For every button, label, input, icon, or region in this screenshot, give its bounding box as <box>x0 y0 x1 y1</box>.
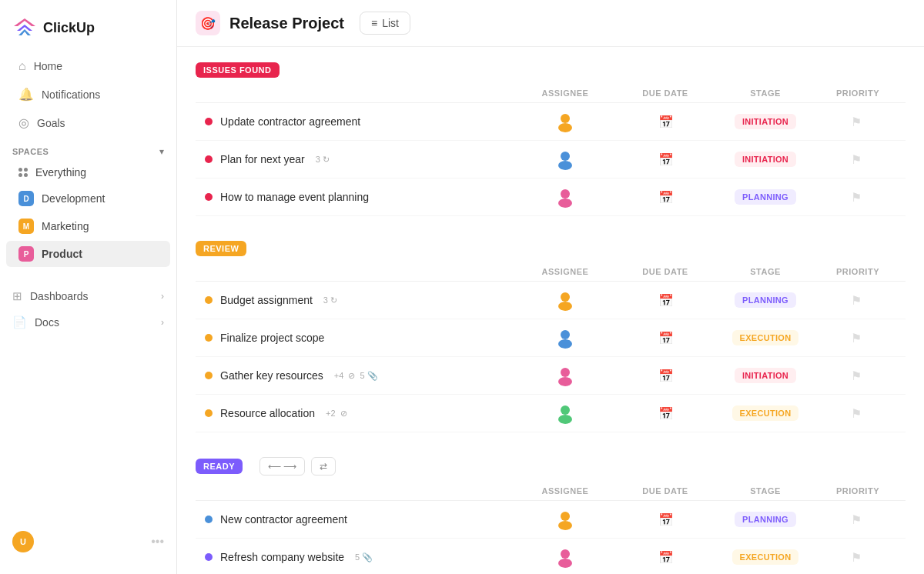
due-date-cell: 📅 <box>619 115 711 128</box>
issues-badge: ISSUES FOUND <box>196 62 280 78</box>
priority-cell: ⚑ <box>819 115 896 128</box>
stage-badge: INITIATION <box>735 114 796 129</box>
col-due-date-2: DUE DATE <box>619 267 711 276</box>
priority-icon: ⚑ <box>851 512 865 526</box>
toolbar-btn-2[interactable]: ⇄ <box>311 457 336 476</box>
stage-badge: PLANNING <box>735 189 796 205</box>
priority-icon: ⚑ <box>851 331 865 345</box>
task-extras: 3 ↻ <box>323 295 337 305</box>
stage-cell: PLANNING <box>711 512 819 527</box>
subtask-count: 3 ↻ <box>316 155 330 165</box>
task-name-cell: Plan for next year 3 ↻ <box>205 153 511 165</box>
table-row[interactable]: New contractor agreement 📅 PLANNING ⚑ <box>196 501 906 539</box>
task-name-cell: Gather key resources +4 ⊘ 5 📎 <box>205 369 511 382</box>
nav-goals[interactable]: ◎ Goals <box>6 109 170 136</box>
col-stage-1: STAGE <box>711 88 819 98</box>
due-date-cell: 📅 <box>619 406 711 420</box>
priority-cell: ⚑ <box>819 512 896 526</box>
subtask-count: 3 ↻ <box>323 295 337 305</box>
priority-icon: ⚑ <box>851 152 865 166</box>
col-name <box>205 267 511 276</box>
nav-docs[interactable]: 📄 Docs › <box>0 310 176 335</box>
due-date-cell: 📅 <box>619 190 711 204</box>
nav-notifications[interactable]: 🔔 Notifications <box>6 81 170 108</box>
plus-count: +4 <box>334 371 344 380</box>
stage-badge: EXECUTION <box>732 330 799 345</box>
svg-point-4 <box>558 123 572 132</box>
stage-cell: EXECUTION <box>711 549 819 565</box>
group-review: REVIEW ASSIGNEE DUE DATE STAGE PRIORITY … <box>196 241 906 432</box>
table-row[interactable]: Gather key resources +4 ⊘ 5 📎 📅 <box>196 357 906 395</box>
product-icon: P <box>18 246 34 262</box>
user-area: U ••• <box>0 519 176 565</box>
stage-badge: INITIATION <box>735 368 796 383</box>
table-row[interactable]: Finalize project scope 📅 EXECUTION ⚑ <box>196 319 906 357</box>
list-view-button[interactable]: ≡ List <box>360 12 410 35</box>
calendar-icon: 📅 <box>658 152 672 166</box>
stage-badge: INITIATION <box>735 152 796 167</box>
priority-icon: ⚑ <box>851 190 865 204</box>
logo-text: ClickUp <box>43 20 95 36</box>
nav-dashboards[interactable]: ⊞ Dashboards › <box>0 284 176 309</box>
calendar-icon: 📅 <box>658 550 672 564</box>
priority-cell: ⚑ <box>819 550 896 564</box>
avatar <box>554 111 576 132</box>
table-row[interactable]: Resource allocation +2 ⊘ 📅 EXECUTION <box>196 395 906 432</box>
ready-table-header: ASSIGNEE DUE DATE STAGE PRIORITY <box>196 482 906 501</box>
table-row[interactable]: Refresh company website 5 📎 📅 EXECUTION <box>196 539 906 574</box>
avatar <box>554 402 576 424</box>
nav-home[interactable]: ⌂ Home <box>6 53 170 79</box>
task-dot <box>205 334 213 342</box>
col-name <box>205 88 511 98</box>
calendar-icon: 📅 <box>658 369 672 382</box>
svg-point-7 <box>561 189 570 199</box>
svg-point-19 <box>561 549 570 559</box>
sidebar-item-everything[interactable]: Everything <box>6 161 170 184</box>
table-row[interactable]: Budget assignment 3 ↻ 📅 PLANNING <box>196 282 906 319</box>
col-due-date-3: DUE DATE <box>619 486 711 496</box>
sidebar-item-product[interactable]: P Product <box>6 241 170 267</box>
col-assignee-3: ASSIGNEE <box>511 486 619 496</box>
user-avatar[interactable]: U <box>12 531 34 552</box>
table-row[interactable]: Update contractor agreement 📅 INITIATION… <box>196 103 906 141</box>
priority-cell: ⚑ <box>819 190 896 204</box>
ready-badge: READY <box>196 459 243 474</box>
task-name-cell: Budget assignment 3 ↻ <box>205 294 511 306</box>
table-row[interactable]: How to manage event planning 📅 PLANNING … <box>196 179 906 216</box>
target-icon: ◎ <box>18 115 29 130</box>
due-date-cell: 📅 <box>619 331 711 345</box>
chevron-down-icon[interactable]: ▾ <box>159 146 164 157</box>
toolbar-btn-1[interactable]: ⟵ ⟶ <box>259 457 305 476</box>
project-title: Release Project <box>229 15 344 32</box>
svg-point-15 <box>561 405 570 415</box>
calendar-icon: 📅 <box>658 190 672 204</box>
col-stage-3: STAGE <box>711 486 819 496</box>
assignee-cell <box>511 327 619 349</box>
sidebar-item-development[interactable]: D Development <box>6 185 170 212</box>
avatar <box>554 509 576 530</box>
task-extras: 5 📎 <box>355 552 373 562</box>
sidebar-item-marketing[interactable]: M Marketing <box>6 213 170 239</box>
stage-badge: PLANNING <box>735 292 796 308</box>
task-name-cell: New contractor agreement <box>205 513 511 526</box>
priority-icon: ⚑ <box>851 369 865 382</box>
svg-point-17 <box>561 512 570 521</box>
svg-point-11 <box>561 330 570 339</box>
svg-point-3 <box>561 114 570 123</box>
group-ready-header: READY ⟵ ⟶ ⇄ <box>196 457 906 476</box>
col-priority-3: PRIORITY <box>819 486 896 496</box>
group-issues-header: ISSUES FOUND <box>196 62 906 78</box>
task-dot <box>205 118 213 125</box>
col-priority-2: PRIORITY <box>819 267 896 276</box>
plus-count: +2 <box>326 409 336 418</box>
ellipsis-icon: ••• <box>151 535 164 549</box>
col-priority-1: PRIORITY <box>819 88 896 98</box>
task-dot <box>205 553 213 561</box>
table-row[interactable]: Plan for next year 3 ↻ 📅 INITIATION <box>196 141 906 179</box>
priority-cell: ⚑ <box>819 152 896 166</box>
calendar-icon: 📅 <box>658 406 672 420</box>
stage-cell: PLANNING <box>711 292 819 308</box>
col-name <box>205 486 511 496</box>
group-review-header: REVIEW <box>196 241 906 256</box>
avatar <box>554 149 576 170</box>
